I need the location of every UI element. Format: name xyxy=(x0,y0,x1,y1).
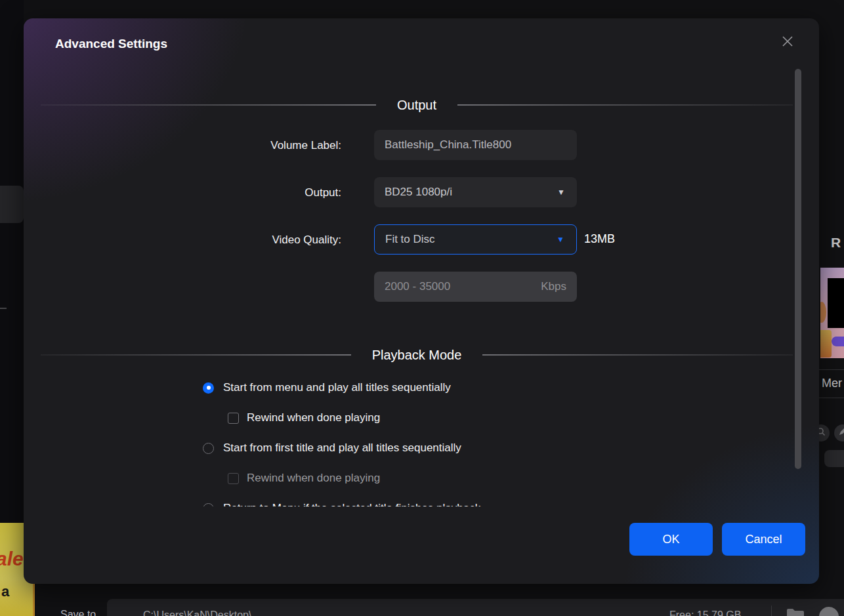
divider xyxy=(482,354,793,356)
option-label: Rewind when done playing xyxy=(247,411,380,424)
checkbox-icon[interactable] xyxy=(228,413,239,424)
cancel-button[interactable]: Cancel xyxy=(722,523,805,556)
chevron-down-icon: ▼ xyxy=(557,188,565,197)
divider xyxy=(457,104,793,106)
video-quality-label: Video Quality: xyxy=(171,234,341,247)
close-button[interactable] xyxy=(778,33,797,52)
chevron-down-icon: ▼ xyxy=(557,235,564,244)
output-format-dropdown[interactable]: BD25 1080p/i ▼ xyxy=(374,177,577,207)
checkbox-rewind-when-done-1[interactable]: Rewind when done playing xyxy=(203,411,380,424)
option-label: Return to Menu if the selected title fin… xyxy=(223,502,480,506)
output-format-value: BD25 1080p/i xyxy=(385,186,452,199)
screen: R Mer ale a Save to C:\Users\KaN\Desktop… xyxy=(0,0,844,616)
video-quality-value: Fit to Disc xyxy=(385,233,435,246)
radio-icon[interactable] xyxy=(203,503,214,507)
checkbox-icon xyxy=(228,473,239,484)
volume-label-input[interactable] xyxy=(374,130,577,160)
advanced-settings-dialog: Advanced Settings Output Volume Label: O… xyxy=(24,18,819,584)
bitrate-unit-label: Kbps xyxy=(541,280,566,293)
volume-label-label: Volume Label: xyxy=(171,139,341,152)
option-label: Start from first title and play all titl… xyxy=(223,441,461,455)
playback-section-header: Playback Mode xyxy=(41,347,793,363)
option-label: Rewind when done playing xyxy=(247,472,380,485)
output-section-header: Output xyxy=(41,97,793,113)
divider xyxy=(41,104,376,106)
bitrate-range-value: 2000 - 35000 xyxy=(385,280,450,293)
radio-return-to-menu[interactable]: Return to Menu if the selected title fin… xyxy=(203,502,480,506)
ok-button[interactable]: OK xyxy=(629,523,713,556)
video-quality-dropdown[interactable]: Fit to Disc ▼ xyxy=(374,224,577,255)
output-section-title: Output xyxy=(397,98,436,113)
playback-section-title: Playback Mode xyxy=(372,348,462,363)
radio-start-from-first-title[interactable]: Start from first title and play all titl… xyxy=(203,441,461,455)
radio-icon[interactable] xyxy=(203,382,214,394)
playback-options-list: Start from menu and play all titles sequ… xyxy=(203,381,702,506)
radio-start-from-menu[interactable]: Start from menu and play all titles sequ… xyxy=(203,381,451,394)
checkbox-rewind-when-done-2: Rewind when done playing xyxy=(203,472,380,485)
bitrate-input: 2000 - 35000 Kbps xyxy=(374,272,577,302)
radio-icon[interactable] xyxy=(203,443,214,454)
dialog-title: Advanced Settings xyxy=(55,37,167,51)
close-icon xyxy=(780,34,795,51)
output-format-label: Output: xyxy=(171,186,341,199)
option-label: Start from menu and play all titles sequ… xyxy=(223,381,451,394)
dialog-scrollbar[interactable] xyxy=(795,69,801,469)
estimated-size-text: 13MB xyxy=(584,232,615,246)
divider xyxy=(41,354,351,356)
